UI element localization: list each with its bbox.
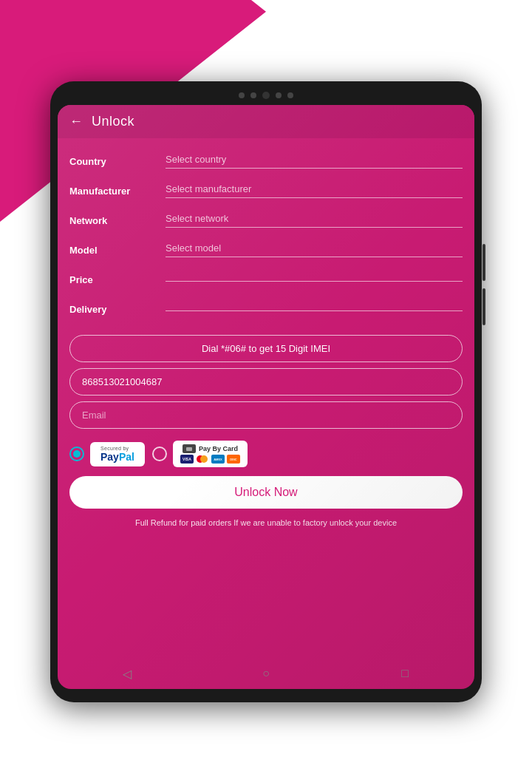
camera-dot-2: [250, 92, 256, 98]
email-input[interactable]: [69, 401, 463, 429]
network-row: Network Select network: [69, 208, 463, 233]
camera-main-lens: [262, 92, 270, 99]
manufacturer-row: Manufacturer Select manufacturer: [69, 178, 463, 203]
side-button-volume-down: [482, 288, 485, 325]
delivery-row: Delivery: [69, 296, 463, 322]
manufacturer-label: Manufacturer: [69, 186, 166, 197]
nav-home-button[interactable]: ○: [251, 662, 281, 685]
imei-input[interactable]: [69, 368, 463, 396]
nav-recent-button[interactable]: □: [390, 662, 420, 685]
discover-logo: DISC: [227, 455, 240, 464]
nav-back-button[interactable]: ◁: [112, 662, 142, 685]
paypal-brand: PayPal: [100, 451, 134, 463]
refund-text: Full Refund for paid orders If we are un…: [69, 517, 463, 529]
delivery-label: Delivery: [69, 304, 166, 315]
price-label: Price: [69, 274, 166, 285]
card-icon: [183, 444, 196, 453]
unlock-button[interactable]: Unlock Now: [69, 476, 463, 509]
network-select[interactable]: Select network: [166, 213, 463, 228]
camera-dot-4: [287, 92, 293, 98]
imei-button[interactable]: Dial *#06# to get 15 Digit IMEI: [69, 335, 463, 362]
tablet-frame: ← Unlock Country Select country Manufact…: [50, 81, 482, 702]
paypal-secured-label: Secured by PayPal: [100, 446, 134, 463]
visa-logo: VISA: [180, 455, 194, 464]
mastercard-logo: [196, 455, 209, 464]
network-label: Network: [69, 215, 166, 226]
app-header: ← Unlock: [58, 105, 474, 138]
camera-bar: [239, 92, 293, 99]
paypal-badge: Secured by PayPal: [90, 442, 145, 466]
back-button[interactable]: ←: [69, 114, 83, 129]
payment-row: Secured by PayPal: [69, 441, 463, 467]
card-badge-title: Pay By Card: [183, 444, 238, 453]
price-value: [166, 278, 463, 282]
camera-dot-1: [239, 92, 245, 98]
amex-logo: AMEX: [211, 455, 225, 464]
bottom-nav: ◁ ○ □: [58, 655, 474, 689]
country-select[interactable]: Select country: [166, 154, 463, 169]
model-label: Model: [69, 245, 166, 256]
card-badge: Pay By Card VISA AMEX DISC: [173, 441, 248, 467]
country-row: Country Select country: [69, 149, 463, 174]
paypal-radio-inner: [73, 450, 81, 458]
paypal-option[interactable]: Secured by PayPal: [69, 442, 145, 466]
country-label: Country: [69, 156, 166, 167]
camera-dot-3: [276, 92, 282, 98]
tablet-screen: ← Unlock Country Select country Manufact…: [58, 105, 474, 689]
delivery-value: [166, 308, 463, 311]
model-select[interactable]: Select model: [166, 242, 463, 257]
card-logos: VISA AMEX DISC: [180, 455, 240, 464]
page-title: Unlock: [92, 114, 134, 129]
card-option[interactable]: Pay By Card VISA AMEX DISC: [152, 441, 248, 467]
paypal-radio[interactable]: [69, 447, 84, 461]
price-row: Price: [69, 267, 463, 292]
card-radio[interactable]: [152, 447, 167, 461]
model-row: Model Select model: [69, 237, 463, 262]
manufacturer-select[interactable]: Select manufacturer: [166, 183, 463, 198]
content-area: Country Select country Manufacturer Sele…: [58, 138, 474, 655]
side-button-volume-up: [482, 244, 485, 281]
card-icon-screen: [186, 447, 192, 451]
